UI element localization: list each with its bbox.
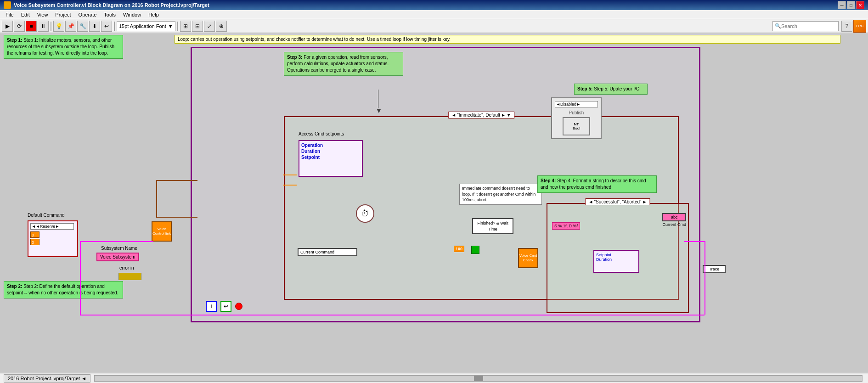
- step4-title: Step 4:: [541, 178, 556, 183]
- operation-label: Operation: [301, 143, 360, 148]
- close-button[interactable]: ✕: [856, 1, 864, 9]
- separator-3: [177, 22, 178, 31]
- brown-wire-2: [156, 180, 157, 217]
- current-command-indicator: Current Command: [298, 248, 357, 256]
- frc-button[interactable]: FRC: [853, 20, 866, 33]
- case-arrow-left-2[interactable]: ◄: [589, 199, 593, 204]
- setpoint-label: Setpoint: [301, 155, 360, 160]
- voice-cmd-check-subvi[interactable]: Voice Cmd Check: [518, 248, 538, 268]
- cleanup-button[interactable]: 🔧: [77, 21, 88, 32]
- trace-indicator: Trace: [703, 265, 726, 273]
- error-in-terminal: [118, 273, 141, 280]
- loop-condition-terminal: ↩: [220, 301, 231, 312]
- menu-view[interactable]: View: [34, 11, 52, 18]
- loop-iteration-terminal: i: [206, 301, 217, 312]
- step2-note: Step 2: Step 2: Define the default opera…: [4, 281, 123, 299]
- step-over-button[interactable]: ⬇: [89, 21, 100, 32]
- font-dropdown-arrow: ▼: [168, 23, 173, 29]
- io-panel: ◄ Disabled ► Publish NT Bool: [551, 97, 602, 139]
- case-arrow-right[interactable]: ►: [501, 113, 506, 118]
- toolbar: ▶ ⟳ ■ ⏸ 💡 📌 🔧 ⬇ ↩ 15pt Application Font …: [0, 19, 868, 33]
- loop-note-text: Loop: carries out operation using setpoi…: [178, 37, 451, 42]
- disabled-dropdown[interactable]: ◄ Disabled ►: [555, 101, 598, 107]
- reserve-dropdown[interactable]: ◄◄ Reserve ►: [30, 223, 74, 230]
- align-button[interactable]: ⊞: [180, 21, 191, 32]
- distribute-button[interactable]: ⊟: [192, 21, 203, 32]
- pink-wire-4: [705, 241, 705, 315]
- horizontal-scrollbar[interactable]: [94, 375, 862, 382]
- search-input[interactable]: [781, 23, 836, 29]
- menu-edit[interactable]: Edit: [17, 11, 34, 18]
- default-command-cluster: ◄◄ Reserve ► 0 0: [28, 220, 78, 257]
- reorder-button[interactable]: ⊕: [216, 21, 227, 32]
- abort-button[interactable]: ■: [26, 21, 37, 32]
- step-into-button[interactable]: ↩: [101, 21, 112, 32]
- separator-2: [114, 22, 115, 31]
- case-selector-immediate[interactable]: ◄ "Immeditate", Default ► ▼: [448, 112, 514, 118]
- step5-note: Step 5: Step 5: Upate your I/O: [574, 84, 648, 95]
- menu-file[interactable]: File: [2, 11, 17, 18]
- step1-text: Step 1: Initialize motors, sensors, and …: [7, 38, 114, 56]
- step1-note: Step 1: Step 1: Initialize motors, senso…: [4, 35, 123, 59]
- menu-help[interactable]: Help: [145, 11, 163, 18]
- retain-values-button[interactable]: 📌: [65, 21, 76, 32]
- nt-bool-terminal: NT Bool: [563, 117, 590, 135]
- font-name: 15pt Application Font: [119, 23, 166, 29]
- subsystem-name-value: Voice Subsystem: [96, 253, 139, 261]
- app-icon: [4, 1, 11, 9]
- menu-project[interactable]: Project: [51, 11, 74, 18]
- duration2-label: Duration: [596, 257, 637, 262]
- minimize-button[interactable]: ─: [838, 1, 846, 9]
- tab-close-icon: ◄: [81, 376, 86, 381]
- step5-text: Step 5: Upate your I/O: [594, 86, 640, 91]
- case-arrow-right-2[interactable]: ►: [643, 199, 647, 204]
- help-button[interactable]: ?: [841, 21, 852, 32]
- case-arrow-left[interactable]: ◄: [451, 113, 456, 118]
- default-command-label: Default Command: [28, 212, 65, 218]
- diagram-canvas: Step 1: Step 1: Initialize motors, senso…: [0, 33, 868, 373]
- loop-note: Loop: carries out operation using setpoi…: [175, 35, 840, 44]
- boolean-indicator: [471, 246, 479, 254]
- pink-wire-2: [80, 241, 81, 315]
- menu-operate[interactable]: Operate: [75, 11, 101, 18]
- case-structure-successful: ◄ "Successful", "Aborted" ► S %.1f, D %f…: [547, 203, 689, 313]
- setpoint2-label: Setpoint: [596, 253, 637, 257]
- case-dropdown-arrow[interactable]: ▼: [507, 113, 511, 118]
- format-string-constant: S %.1f, D %f: [552, 222, 580, 230]
- stop-button-terminal: [235, 303, 242, 310]
- status-bar: 2016 Robot Project.lvproj/Target ◄: [0, 373, 868, 383]
- case-label-immediate: "Immeditate", Default: [457, 113, 500, 118]
- search-icon: 🔍: [775, 23, 781, 29]
- case-label-successful: "Successful", "Aborted": [594, 199, 641, 204]
- run-continuously-button[interactable]: ⟳: [14, 21, 25, 32]
- timer-icon: ⏱: [356, 204, 374, 223]
- window-title: Voice Subsystem Controller.vi Block Diag…: [14, 2, 838, 8]
- current-cmd-label: abc Current Cmd: [662, 213, 686, 227]
- step4-text: Step 4: Format a string to describe this…: [541, 178, 646, 190]
- menu-tools[interactable]: Tools: [100, 11, 119, 18]
- resize-button[interactable]: ⤢: [204, 21, 215, 32]
- step2-title: Step 2:: [7, 284, 22, 289]
- finished-wait-block: Finished? & Wait Time: [472, 218, 513, 234]
- highlight-button[interactable]: 💡: [53, 21, 64, 32]
- search-box[interactable]: 🔍: [772, 21, 839, 31]
- subsystem-name-label: Subsystem Name: [101, 245, 137, 251]
- step3-title: Step 3:: [287, 55, 302, 60]
- menu-window[interactable]: Window: [119, 11, 145, 18]
- voice-control-link-subvi[interactable]: Voice Control link: [152, 221, 172, 242]
- step3-text: For a given operation, read from sensors…: [287, 55, 389, 73]
- font-selector[interactable]: 15pt Application Font ▼: [117, 21, 175, 31]
- pause-button[interactable]: ⏸: [38, 21, 49, 32]
- cluster-val2: 0: [30, 239, 39, 245]
- case-selector-successful[interactable]: ◄ "Successful", "Aborted" ►: [586, 198, 650, 205]
- pink-wire-1: [80, 241, 153, 242]
- run-button[interactable]: ▶: [2, 21, 13, 32]
- arrow-head: ▼: [376, 107, 382, 114]
- step5-title: Step 5:: [577, 86, 592, 91]
- scroll-thumb[interactable]: [474, 376, 483, 381]
- cluster-val1: 0: [30, 231, 39, 238]
- window-controls: ─ □ ✕: [838, 1, 864, 9]
- title-bar: Voice Subsystem Controller.vi Block Diag…: [0, 0, 868, 10]
- project-tab[interactable]: 2016 Robot Project.lvproj/Target ◄: [4, 374, 90, 383]
- maximize-button[interactable]: □: [847, 1, 855, 9]
